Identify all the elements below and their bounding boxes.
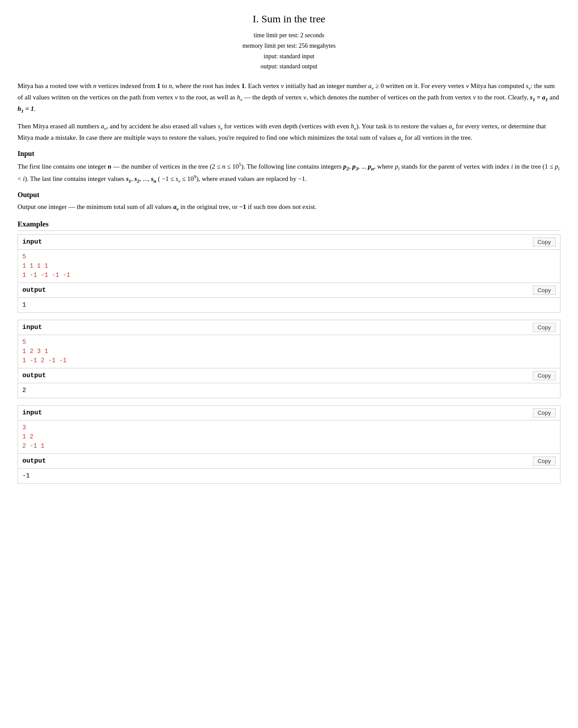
problem-paragraph-1: Mitya has a rooted tree with n vertices … <box>18 81 560 115</box>
example-2: input Copy 5 1 2 3 1 1 -1 2 -1 -1 output… <box>18 320 560 398</box>
memory-limit: memory limit per test: 256 megabytes <box>18 41 560 51</box>
example-1-output-header: output Copy <box>18 283 560 298</box>
page-title: I. Sum in the tree <box>18 13 560 25</box>
example-1-output-copy-button[interactable]: Copy <box>533 286 556 295</box>
example-1-output-row: output Copy 1 <box>18 283 560 312</box>
example-2-input-copy-button[interactable]: Copy <box>533 323 556 332</box>
example-2-output-content: 2 <box>18 383 560 398</box>
example-1-output-content: 1 <box>18 298 560 312</box>
example-3-output-label: output <box>22 457 46 465</box>
example-1-input-copy-button[interactable]: Copy <box>533 237 556 247</box>
example-3-input-content: 3 1 2 2 -1 1 <box>18 421 560 453</box>
example-2-output-row: output Copy 2 <box>18 368 560 398</box>
example-1-input-label: input <box>22 238 42 246</box>
example-1-input-content: 5 1 1 1 1 1 -1 -1 -1 -1 <box>18 250 560 283</box>
input-type: input: standard input <box>18 51 560 62</box>
output-section-title: Output <box>18 191 560 199</box>
problem-meta: time limit per test: 2 seconds memory li… <box>18 30 560 72</box>
example-1-input-row: input Copy 5 1 1 1 1 1 -1 -1 -1 -1 <box>18 235 560 283</box>
examples-title: Examples <box>18 220 560 231</box>
example-2-output-label: output <box>22 372 46 379</box>
problem-paragraph-2: Then Mitya erased all numbers av, and by… <box>18 121 560 144</box>
input-section-title: Input <box>18 150 560 158</box>
example-2-input-label: input <box>22 324 42 331</box>
example-2-input-row: input Copy 5 1 2 3 1 1 -1 2 -1 -1 <box>18 320 560 368</box>
output-description: Output one integer — the minimum total s… <box>18 201 560 213</box>
example-3-input-copy-button[interactable]: Copy <box>533 408 556 417</box>
example-2-input-header: input Copy <box>18 320 560 335</box>
example-2-input-content: 5 1 2 3 1 1 -1 2 -1 -1 <box>18 335 560 368</box>
input-description: The first line contains one integer n — … <box>18 160 560 185</box>
example-3-input-label: input <box>22 409 42 417</box>
example-3-input-row: input Copy 3 1 2 2 -1 1 <box>18 406 560 454</box>
example-1: input Copy 5 1 1 1 1 1 -1 -1 -1 -1 outpu… <box>18 234 560 313</box>
example-2-output-copy-button[interactable]: Copy <box>533 371 556 380</box>
example-1-input-header: input Copy <box>18 235 560 250</box>
output-type: output: standard output <box>18 61 560 72</box>
example-3-output-header: output Copy <box>18 454 560 469</box>
example-3-output-content: -1 <box>18 469 560 483</box>
example-3-output-row: output Copy -1 <box>18 454 560 483</box>
example-3-output-copy-button[interactable]: Copy <box>533 456 556 466</box>
example-3: input Copy 3 1 2 2 -1 1 output Copy -1 <box>18 405 560 484</box>
example-2-output-header: output Copy <box>18 368 560 383</box>
time-limit: time limit per test: 2 seconds <box>18 30 560 41</box>
example-3-input-header: input Copy <box>18 406 560 421</box>
example-1-output-label: output <box>22 286 46 294</box>
